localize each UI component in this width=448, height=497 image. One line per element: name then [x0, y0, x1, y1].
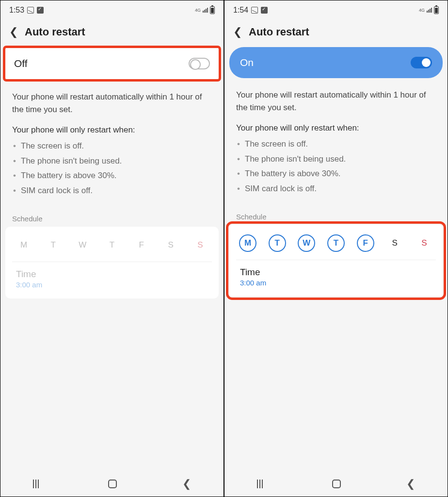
image-notification-icon	[27, 7, 34, 14]
page-title: Auto restart	[249, 26, 309, 38]
schedule-card: M T W T F S S Time 3:00 am	[229, 225, 443, 297]
header: ❮ Auto restart	[224, 20, 448, 47]
nav-back-button[interactable]: ❮	[406, 478, 415, 490]
signal-icon	[427, 8, 432, 13]
day-fri[interactable]: F	[357, 234, 374, 252]
description-text: Your phone will restart automatically wi…	[0, 80, 224, 120]
time-value: 3:00 am	[16, 281, 208, 289]
day-thu[interactable]: T	[327, 234, 345, 252]
days-row: M T W T F S S	[236, 233, 436, 260]
time-value: 3:00 am	[240, 279, 432, 287]
back-button[interactable]: ❮	[9, 27, 18, 37]
day-sun[interactable]: S	[416, 234, 433, 252]
day-sat[interactable]: S	[386, 234, 403, 252]
description-text: Your phone will restart automatically wi…	[224, 78, 448, 118]
conditions-list: The screen is off. The phone isn't being…	[224, 137, 448, 205]
time-label: Time	[16, 269, 208, 280]
day-tue[interactable]: T	[269, 234, 286, 252]
time-row[interactable]: Time 3:00 am	[236, 260, 436, 288]
nav-back-button[interactable]: ❮	[182, 478, 191, 490]
battery-icon	[434, 6, 439, 14]
toggle-label: Off	[14, 58, 28, 69]
conditions-list: The screen is off. The phone isn't being…	[0, 139, 224, 207]
signal-icon	[203, 8, 208, 13]
schedule-section-label: Schedule	[0, 207, 224, 227]
nav-recents-button[interactable]	[33, 480, 43, 488]
status-time: 1:53	[9, 6, 24, 15]
schedule-card: M T W T F S S Time 3:00 am	[5, 227, 219, 298]
day-wed[interactable]: W	[298, 234, 315, 252]
status-bar: 1:54 4G	[224, 0, 448, 20]
day-sat[interactable]: S	[162, 236, 179, 254]
condition-item: The battery is above 30%.	[21, 168, 212, 183]
day-thu[interactable]: T	[103, 236, 121, 254]
page-title: Auto restart	[25, 26, 85, 38]
status-bar: 1:53 4G	[0, 0, 224, 20]
back-button[interactable]: ❮	[233, 27, 242, 37]
toggle-label: On	[240, 57, 254, 68]
screen-left: 1:53 4G ❮ Auto restart Off Your phone wi…	[0, 0, 224, 497]
conditions-heading: Your phone will only restart when:	[0, 120, 224, 139]
day-wed[interactable]: W	[74, 236, 91, 254]
master-toggle-row[interactable]: Off	[4, 47, 220, 80]
condition-item: The battery is above 30%.	[245, 166, 436, 182]
day-sun[interactable]: S	[192, 236, 209, 254]
toggle-switch[interactable]	[411, 57, 432, 68]
time-label: Time	[240, 267, 432, 278]
status-time: 1:54	[233, 6, 248, 15]
master-toggle-row[interactable]: On	[229, 47, 443, 78]
header: ❮ Auto restart	[0, 20, 224, 47]
nav-bar: ❮	[0, 471, 224, 497]
nav-bar: ❮	[224, 471, 448, 497]
schedule-section-label: Schedule	[224, 205, 448, 225]
day-mon[interactable]: M	[239, 234, 256, 252]
condition-item: SIM card lock is off.	[245, 182, 436, 197]
battery-icon	[210, 6, 215, 14]
toggle-switch[interactable]	[189, 58, 210, 69]
check-notification-icon	[261, 7, 268, 14]
condition-item: The screen is off.	[21, 139, 212, 154]
nav-recents-button[interactable]	[257, 480, 267, 488]
condition-item: The phone isn't being used.	[245, 152, 436, 167]
day-mon[interactable]: M	[15, 236, 32, 254]
condition-item: SIM card lock is off.	[21, 183, 212, 199]
check-notification-icon	[37, 7, 44, 14]
nav-home-button[interactable]	[332, 480, 341, 488]
image-notification-icon	[251, 7, 258, 14]
nav-home-button[interactable]	[108, 480, 117, 488]
conditions-heading: Your phone will only restart when:	[224, 118, 448, 137]
time-row[interactable]: Time 3:00 am	[12, 262, 212, 290]
day-fri[interactable]: F	[133, 236, 150, 254]
network-type-icon: 4G	[195, 8, 201, 12]
condition-item: The screen is off.	[245, 137, 436, 152]
screen-right: 1:54 4G ❮ Auto restart On Your phone wil…	[224, 0, 448, 497]
network-type-icon: 4G	[419, 8, 425, 12]
day-tue[interactable]: T	[45, 236, 62, 254]
condition-item: The phone isn't being used.	[21, 154, 212, 169]
days-row: M T W T F S S	[12, 235, 212, 262]
